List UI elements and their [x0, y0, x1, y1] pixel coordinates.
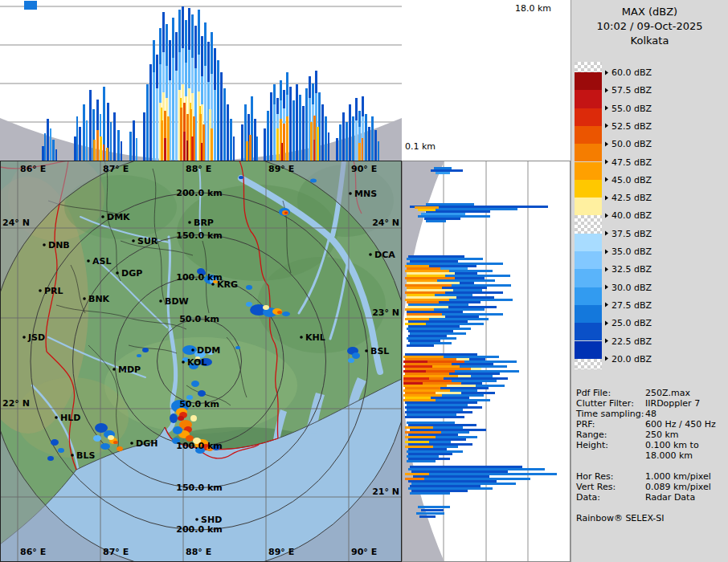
svg-text:DMK: DMK: [107, 212, 130, 222]
svg-text:50.0 km: 50.0 km: [179, 314, 219, 324]
scale-tick-icon: [605, 320, 608, 325]
scale-tick-icon: [605, 195, 608, 200]
map-canvas: 200.0 km150.0 km100.0 km50.0 km50.0 km10…: [0, 161, 402, 562]
info-row: Height:0.100 km to: [576, 440, 727, 450]
scale-label: 50.0 dBZ: [605, 139, 652, 149]
info-row: [576, 461, 727, 471]
svg-text:87° E: 87° E: [103, 164, 129, 174]
scale-tick-icon: [605, 88, 608, 92]
svg-text:150.0 km: 150.0 km: [176, 230, 222, 241]
svg-text:86° E: 86° E: [20, 164, 46, 174]
info-row: Range:250 km: [576, 430, 727, 440]
scale-label: 20.0 dBZ: [605, 353, 652, 364]
radar-map-panel[interactable]: 200.0 km150.0 km100.0 km50.0 km50.0 km10…: [0, 161, 402, 562]
vertical-cross-section-top-panel[interactable]: [0, 0, 402, 161]
svg-text:89° E: 89° E: [268, 164, 294, 174]
axis-label-area: 18.0 km 0.1 km: [402, 0, 571, 161]
svg-text:DGH: DGH: [136, 438, 157, 449]
scale-tick-icon: [605, 249, 608, 254]
svg-text:90° E: 90° E: [351, 547, 377, 557]
info-row: Data:Radar Data: [576, 492, 727, 503]
scale-box: [575, 269, 602, 287]
svg-text:BDW: BDW: [165, 296, 189, 307]
info-row: Vert Res:0.089 km/pixel: [576, 482, 727, 492]
svg-text:DDM: DDM: [197, 345, 220, 356]
scale-label: 60.0 dBZ: [605, 67, 652, 78]
scale-tick-icon: [605, 339, 608, 344]
scale-label: 37.5 dBZ: [605, 228, 652, 238]
svg-text:JSD: JSD: [27, 332, 45, 343]
svg-text:DCA: DCA: [374, 250, 395, 260]
scale-box: [575, 323, 602, 340]
svg-text:50.0 km: 50.0 km: [179, 399, 219, 409]
svg-text:ASL: ASL: [92, 256, 111, 267]
svg-text:87° E: 87° E: [103, 547, 129, 557]
svg-text:90° E: 90° E: [351, 164, 377, 174]
scale-box-transparent: [575, 62, 602, 72]
svg-text:22° N: 22° N: [2, 398, 30, 409]
svg-text:100.0 km: 100.0 km: [176, 272, 222, 283]
svg-text:BNK: BNK: [88, 294, 110, 304]
scale-tick-icon: [605, 160, 608, 165]
scale-tick-icon: [605, 356, 608, 361]
top-panel-canvas: [0, 0, 402, 161]
svg-text:86° E: 86° E: [20, 547, 46, 557]
scale-label: 42.5 dBZ: [605, 193, 652, 203]
software-brand: Rainbow® SELEX-SI: [576, 513, 665, 523]
vertical-cross-section-right-panel[interactable]: [402, 161, 571, 562]
info-row: Hor Res:1.000 km/pixel: [576, 471, 727, 482]
svg-text:HLD: HLD: [60, 413, 80, 423]
svg-text:23° N: 23° N: [372, 307, 399, 318]
scale-tick-icon: [605, 267, 608, 271]
scale-label: 57.5 dBZ: [605, 85, 652, 96]
scale-tick-icon: [605, 231, 608, 236]
info-row: Clutter Filter:IIRDoppler 7: [576, 398, 727, 409]
scale-label: 52.5 dBZ: [605, 120, 652, 131]
scale-tick-icon: [605, 124, 608, 128]
radar-product-window: 18.0 km 0.1 km 200.0 km150.0 km100.0 km5…: [0, 0, 728, 562]
info-row: PRF:600 Hz / 450 Hz: [576, 419, 727, 430]
scale-box: [575, 126, 602, 144]
scale-box: [575, 144, 602, 161]
scale-tick-icon: [605, 285, 608, 290]
scale-box: [575, 72, 602, 90]
svg-text:KOL: KOL: [187, 357, 207, 368]
product-info-block: Pdf File:250Z.maxClutter Filter:IIRDoppl…: [576, 388, 727, 503]
scale-box: [575, 162, 602, 180]
scale-box: [575, 341, 602, 359]
scale-label: 45.0 dBZ: [605, 174, 652, 185]
height-axis-max-label: 18.0 km: [515, 3, 551, 14]
legend-panel: MAX (dBZ) 10:02 / 09-Oct-2025 Kolkata 60…: [571, 0, 728, 562]
scale-tick-icon: [605, 303, 608, 307]
scale-label: 27.5 dBZ: [605, 299, 652, 310]
svg-text:MNS: MNS: [354, 189, 377, 199]
scale-label: 40.0 dBZ: [605, 210, 652, 221]
svg-text:KHL: KHL: [305, 332, 325, 343]
svg-text:SHD: SHD: [201, 515, 222, 525]
scale-label: 32.5 dBZ: [605, 264, 652, 275]
info-row: Time sampling:48: [576, 409, 727, 419]
scale-box: [575, 305, 602, 323]
svg-text:MDP: MDP: [118, 364, 141, 375]
right-panel-canvas: [402, 161, 571, 562]
scale-tick-icon: [605, 177, 608, 182]
scale-box-transparent: [575, 359, 602, 369]
scale-box: [575, 198, 602, 215]
svg-text:PRL: PRL: [44, 286, 63, 296]
scale-tick-icon: [605, 106, 608, 111]
scale-label: 35.0 dBZ: [605, 246, 652, 257]
svg-text:88° E: 88° E: [186, 547, 211, 557]
scale-box-transparent: [575, 215, 602, 233]
scale-box: [575, 180, 602, 198]
svg-text:200.0 km: 200.0 km: [176, 524, 222, 535]
scale-box: [575, 287, 602, 305]
svg-text:BRP: BRP: [194, 218, 214, 228]
svg-text:SUR: SUR: [137, 236, 158, 246]
scale-box: [575, 90, 602, 108]
svg-text:KRG: KRG: [217, 279, 238, 290]
scale-tick-icon: [605, 141, 608, 146]
svg-text:200.0 km: 200.0 km: [176, 188, 222, 198]
svg-text:BLS: BLS: [76, 450, 95, 461]
height-axis-min-label: 0.1 km: [405, 141, 436, 152]
scale-box: [575, 251, 602, 269]
